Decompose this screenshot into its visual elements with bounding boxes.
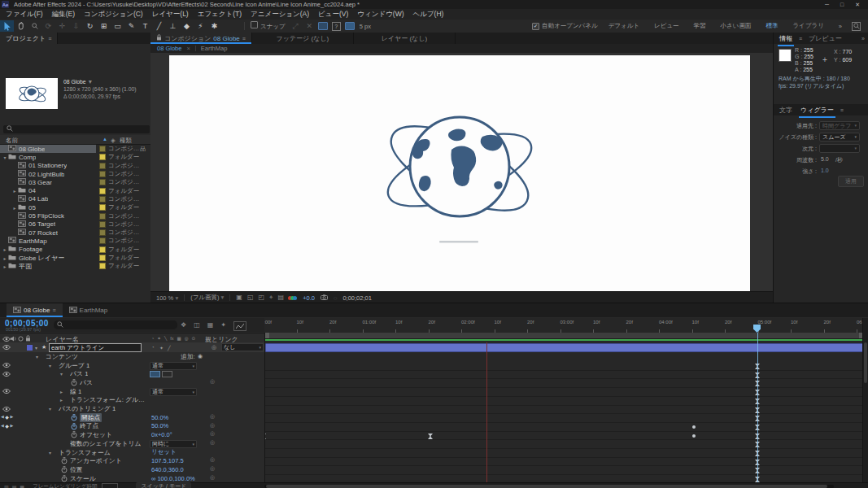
frame-blending-icon[interactable]: ✦ <box>220 321 226 331</box>
property-label[interactable]: アンカーポイント <box>70 456 122 465</box>
frequency-value[interactable]: 5.0 <box>821 156 829 162</box>
layer-name-edit-field[interactable]: earth アウトライン <box>49 343 142 352</box>
property-value[interactable]: 107.5,107.5 <box>151 457 184 464</box>
label-color-swatch[interactable] <box>99 229 106 236</box>
tab-preview[interactable]: プレビュー <box>807 33 844 45</box>
project-item-EarthMap[interactable]: EarthMapコンポジション <box>0 237 150 245</box>
maximize-button[interactable]: □ <box>840 2 844 8</box>
property-label[interactable]: パスのトリミング 1 <box>59 404 116 413</box>
include-in-graph-icon[interactable]: ◎ <box>210 439 215 446</box>
graph-editor-icon[interactable] <box>233 321 246 331</box>
auto-open-checkbox[interactable]: ✓自動オープンパネル <box>532 22 598 30</box>
noise-type-dropdown[interactable]: スムーズ ▾ <box>819 133 860 142</box>
property-row-15[interactable]: スケール∞ 100.0,100.0%◎ <box>0 474 264 482</box>
close-button[interactable]: ✕ <box>855 2 860 8</box>
caret-down-icon[interactable]: ▼ <box>87 79 93 85</box>
keyframe-icon[interactable] <box>428 434 433 441</box>
twirl-icon[interactable]: ▸ <box>2 255 8 261</box>
include-in-graph-icon[interactable]: ◎ <box>210 456 215 463</box>
workspace-search-icon[interactable] <box>852 22 861 31</box>
property-label[interactable]: 複数のシェイプをトリム <box>70 439 141 448</box>
label-color-swatch[interactable] <box>99 196 106 203</box>
property-label[interactable]: トランスフォーム: グループ 1 <box>70 395 148 404</box>
blend-mode-dropdown[interactable]: 通常▾ <box>150 362 197 370</box>
keyframe-navigator[interactable]: ◀◆▶ <box>1 423 13 429</box>
keyframe-navigator[interactable]: ◀◆▶ <box>1 414 13 420</box>
tool-pen-icon[interactable]: ✎ <box>124 20 138 32</box>
project-item-01-Stationery[interactable]: 01 Stationeryコンポジション <box>0 162 150 170</box>
column-type[interactable]: 種類 <box>120 137 132 145</box>
panel-menu-icon[interactable]: ≡ <box>48 36 51 41</box>
project-item-Footage[interactable]: ▸Footageフォルダー <box>0 246 150 254</box>
path-mode-icons[interactable] <box>150 371 172 377</box>
keyframe-icon[interactable] <box>264 434 266 441</box>
property-label[interactable]: オフセット <box>80 430 112 439</box>
twirl-icon[interactable]: ▸ <box>60 397 63 403</box>
label-color-swatch[interactable] <box>99 213 106 220</box>
magnification-dropdown[interactable]: 100 % ▾ <box>156 294 178 302</box>
switch-column-icon[interactable]: fx <box>170 336 173 341</box>
eye-icon[interactable] <box>2 389 11 394</box>
property-row-10[interactable]: オフセット0x+0.0°◎ <box>0 430 264 439</box>
label-column-icon[interactable]: ◈ <box>111 137 116 144</box>
tool-rectangle-icon[interactable]: ▭ <box>111 20 124 32</box>
keyframe-icon[interactable] <box>692 434 696 438</box>
twirl-icon[interactable]: ▾ <box>49 406 51 412</box>
property-value[interactable]: 50.0% <box>151 422 168 429</box>
property-row-2[interactable]: ▾グループ 1通常▾ <box>0 361 264 370</box>
project-item-平面[interactable]: ▸平面フォルダー <box>0 262 150 270</box>
stroke-swatch-icon[interactable] <box>345 22 355 30</box>
menu-ビューV[interactable]: ビュー(V) <box>318 10 348 20</box>
project-item-03-Gear[interactable]: 03 Gearコンポジション <box>0 178 150 186</box>
tool-dolly-camera-icon[interactable]: ⇩ <box>69 20 83 32</box>
label-color-swatch[interactable] <box>99 188 106 194</box>
vertical-scrollbar[interactable] <box>864 342 867 383</box>
composition-mini-flowchart-icon[interactable]: ❖ <box>181 321 186 331</box>
include-in-graph-icon[interactable]: ◎ <box>210 474 215 481</box>
tool-orbit-camera-icon[interactable]: ⟳ <box>41 20 55 32</box>
magnitude-value[interactable]: 1.0 <box>821 168 829 173</box>
switch-column-icon[interactable]: ◔ <box>151 336 154 341</box>
property-row-11[interactable]: 複数のシェイプをトリム同時に▾◎ <box>0 439 264 448</box>
viewer-tab-08-globe[interactable]: 08 Globe <box>157 45 181 52</box>
composition-canvas[interactable] <box>150 53 773 291</box>
twirl-icon[interactable]: ▸ <box>11 188 18 194</box>
tool-selection-icon[interactable] <box>0 20 14 32</box>
expand-transfer-controls-icon[interactable]: ▤ <box>12 484 17 488</box>
layer-label-color[interactable] <box>26 344 33 351</box>
tab-info[interactable]: 情報 <box>778 33 794 45</box>
overflow-icon[interactable]: » <box>861 36 865 41</box>
minimize-button[interactable]: ─ <box>825 2 829 8</box>
workspace-小さい画面[interactable]: 小さい画面 <box>721 22 752 30</box>
eye-icon[interactable] <box>2 372 11 377</box>
tool-hand-icon[interactable] <box>14 20 28 32</box>
property-value[interactable]: 50.0% <box>151 414 168 421</box>
viewer-tab-earthmap[interactable]: EarthMap <box>201 45 228 52</box>
workspace-学習[interactable]: 学習 <box>694 22 706 30</box>
always-preview-this-view-icon[interactable]: ▣ <box>236 294 242 302</box>
layer-switch-icon[interactable]: ✦ <box>159 345 164 351</box>
eye-icon[interactable] <box>2 363 11 368</box>
current-time-indicator-handle[interactable] <box>753 325 761 333</box>
timeline-tab-08-Globe[interactable]: 08 Globe≡ <box>7 303 63 317</box>
work-area-bar[interactable] <box>265 333 863 339</box>
project-item-07-Rocket[interactable]: 07 Rocketコンポジション <box>0 229 150 237</box>
include-in-graph-icon[interactable]: ◎ <box>210 413 215 420</box>
menu-レイヤーL[interactable]: レイヤー(L) <box>152 10 189 20</box>
time-ruler[interactable]: :00f10f20f01:00f10f20f02:00f10f20f03:00f… <box>264 318 862 333</box>
tool-type-icon[interactable]: T <box>138 20 152 32</box>
layer-switch-icon[interactable]: ◔ <box>151 345 155 350</box>
project-item-02-LightBulb[interactable]: 02 LightBulbコンポジション <box>0 170 150 178</box>
property-row-7[interactable]: ▾パスのトリミング 1 <box>0 404 264 413</box>
project-item-06-Target[interactable]: 06 Targetコンポジション <box>0 220 150 229</box>
switches-modes-toggle[interactable]: スイッチ / モード <box>136 482 191 488</box>
project-item-Globe-レイヤー[interactable]: ▸Globe レイヤーフォルダー <box>0 254 150 262</box>
menu-エフェクトT[interactable]: エフェクト(T) <box>198 10 242 20</box>
label-color-swatch[interactable] <box>99 246 106 253</box>
eye-icon[interactable] <box>2 345 11 350</box>
current-time-indicator-line[interactable] <box>757 333 758 482</box>
timeline-scroll-strip[interactable] <box>862 318 868 482</box>
property-label[interactable]: 開始点 <box>80 413 102 422</box>
include-in-graph-icon[interactable]: ◎ <box>210 378 215 385</box>
layer-switch-icon[interactable]: ╱ <box>168 345 171 351</box>
